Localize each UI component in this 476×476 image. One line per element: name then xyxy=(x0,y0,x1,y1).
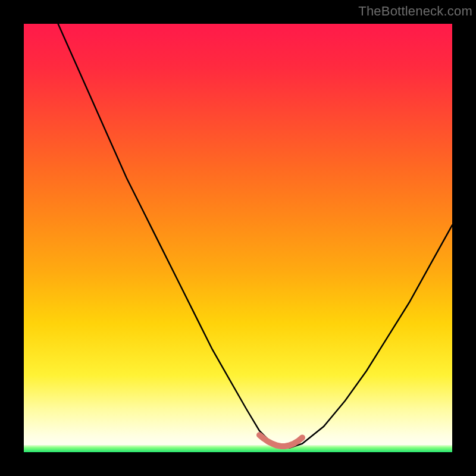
plot-area xyxy=(24,24,452,452)
watermark-text: TheBottleneck.com xyxy=(358,4,472,19)
green-baseline-strip xyxy=(24,445,452,452)
bottleneck-curve xyxy=(58,24,452,448)
curve-layer xyxy=(24,24,452,452)
chart-frame: TheBottleneck.com xyxy=(0,0,476,476)
